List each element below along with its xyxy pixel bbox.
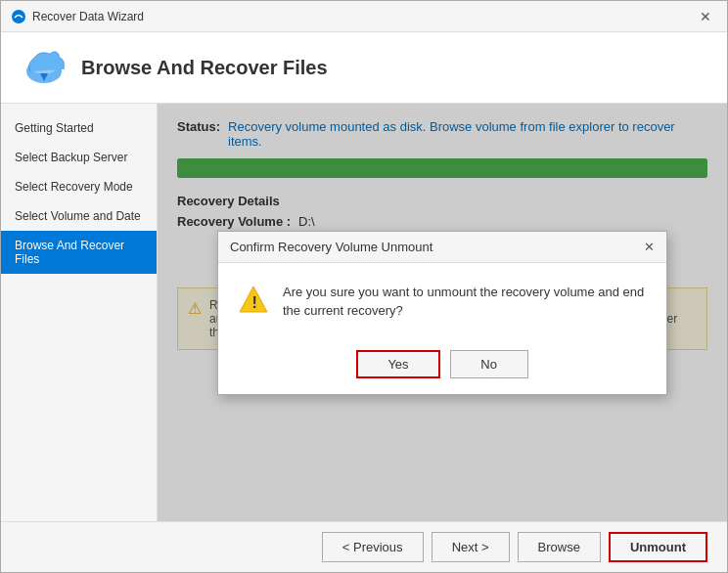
page-title: Browse And Recover Files <box>81 57 328 79</box>
title-bar-text: Recover Data Wizard <box>32 10 694 23</box>
dialog-close-button[interactable]: ✕ <box>644 240 655 254</box>
title-bar: Recover Data Wizard ✕ <box>1 1 727 32</box>
dialog-title: Confirm Recovery Volume Unmount <box>230 240 432 254</box>
sidebar-item-getting-started[interactable]: Getting Started <box>1 113 157 143</box>
svg-text:!: ! <box>252 294 257 311</box>
sidebar-item-backup-server[interactable]: Select Backup Server <box>1 143 157 172</box>
browse-button[interactable]: Browse <box>518 532 601 562</box>
dialog-overlay: Confirm Recovery Volume Unmount ✕ ! Are … <box>158 104 727 521</box>
sidebar: Getting Started Select Backup Server Sel… <box>1 104 158 521</box>
sidebar-item-volume-date[interactable]: Select Volume and Date <box>1 201 157 231</box>
next-button[interactable]: Next > <box>432 532 510 562</box>
wizard-header: Browse And Recover Files <box>1 32 727 104</box>
yes-button[interactable]: Yes <box>356 350 439 378</box>
app-icon <box>11 9 26 24</box>
unmount-button[interactable]: Unmount <box>609 532 707 562</box>
warning-icon: ! <box>238 285 269 316</box>
main-window: Recover Data Wizard ✕ Browse And Recover… <box>0 0 728 573</box>
svg-point-0 <box>12 10 25 23</box>
confirm-dialog: Confirm Recovery Volume Unmount ✕ ! Are … <box>217 231 667 395</box>
close-button[interactable]: ✕ <box>694 7 717 26</box>
sidebar-item-browse-recover[interactable]: Browse And Recover Files <box>1 231 157 274</box>
sidebar-item-recovery-mode[interactable]: Select Recovery Mode <box>1 172 157 201</box>
previous-button[interactable]: < Previous <box>322 532 424 562</box>
no-button[interactable]: No <box>450 350 528 378</box>
dialog-title-bar: Confirm Recovery Volume Unmount ✕ <box>218 232 666 263</box>
dialog-footer: Yes No <box>218 340 666 394</box>
wizard-icon <box>21 44 68 91</box>
main-panel: Status: Recovery volume mounted as disk.… <box>158 104 727 521</box>
wizard-footer: < Previous Next > Browse Unmount <box>1 521 727 572</box>
dialog-body: ! Are you sure you want to unmount the r… <box>218 263 666 340</box>
content-area: Getting Started Select Backup Server Sel… <box>1 104 727 521</box>
dialog-message: Are you sure you want to unmount the rec… <box>283 283 647 321</box>
